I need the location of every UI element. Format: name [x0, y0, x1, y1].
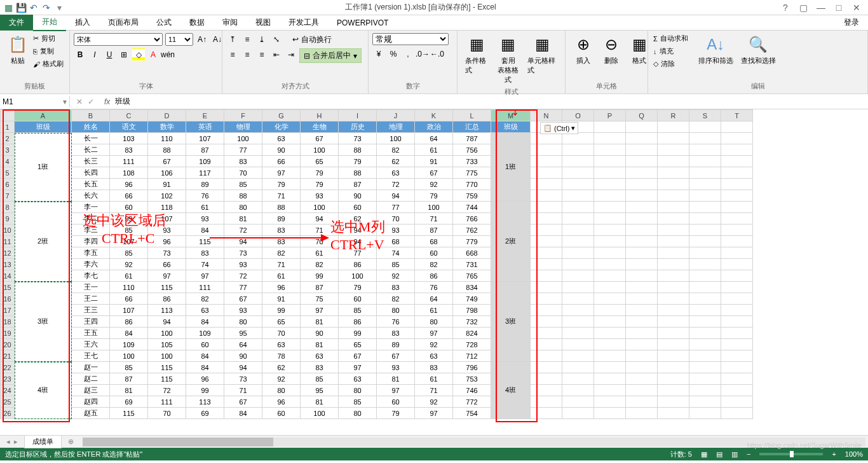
cell-data[interactable]: 759: [453, 190, 491, 202]
cell-data[interactable]: 83: [301, 362, 339, 373]
paste-options-flyout[interactable]: 📋 (Ctrl) ▾: [540, 122, 578, 134]
cell-data[interactable]: 102: [148, 190, 186, 202]
cell-empty[interactable]: [594, 179, 626, 190]
cell-data[interactable]: 赵二: [72, 373, 110, 385]
cell-empty[interactable]: [531, 282, 562, 293]
cell-data[interactable]: 74: [186, 259, 224, 270]
tab-view[interactable]: 视图: [247, 15, 280, 31]
cell-data[interactable]: 85: [339, 396, 377, 408]
cell-data[interactable]: 77: [339, 247, 377, 259]
clear-button[interactable]: ◇清除: [652, 59, 689, 69]
cell-empty[interactable]: [562, 247, 594, 259]
cell-data[interactable]: 82: [262, 247, 301, 259]
cell-data[interactable]: 63: [262, 133, 301, 144]
cell-data[interactable]: 王四: [72, 316, 110, 328]
align-center-icon[interactable]: ≡: [241, 48, 254, 61]
row-header-5[interactable]: 5: [1, 167, 15, 179]
cell-data[interactable]: 王五: [72, 328, 110, 339]
cell-empty[interactable]: [658, 247, 689, 259]
cell-data[interactable]: 70: [262, 328, 301, 339]
cell-data[interactable]: 83: [415, 362, 453, 373]
cell-data[interactable]: 66: [110, 190, 148, 202]
align-left-icon[interactable]: ≡: [226, 48, 239, 61]
cell-data[interactable]: 赵一: [72, 362, 110, 373]
cell-header-2[interactable]: 语文: [110, 121, 148, 133]
cell-data[interactable]: 长二: [72, 144, 110, 156]
row-header-17[interactable]: 17: [1, 305, 15, 316]
cell-data[interactable]: 766: [453, 213, 491, 225]
row-header-14[interactable]: 14: [1, 270, 15, 282]
formula-input[interactable]: [114, 96, 868, 107]
cell-empty[interactable]: [658, 408, 689, 419]
cell-empty[interactable]: [721, 328, 753, 339]
cell-data[interactable]: 749: [453, 293, 491, 305]
cell-data[interactable]: 113: [148, 305, 186, 316]
row-header-6[interactable]: 6: [1, 179, 15, 190]
redo-icon[interactable]: ↷: [41, 2, 52, 13]
cell-empty[interactable]: [689, 247, 721, 259]
cell-data[interactable]: 65: [262, 316, 301, 328]
cell-data[interactable]: 67: [148, 156, 186, 167]
cell-empty[interactable]: [562, 282, 594, 293]
login-link[interactable]: 登录: [835, 15, 868, 31]
bold-icon[interactable]: B: [74, 48, 86, 61]
painter-button[interactable]: 🖌格式刷: [32, 59, 65, 69]
italic-icon[interactable]: I: [88, 48, 101, 61]
cell-data[interactable]: 93: [377, 225, 415, 236]
cell-empty[interactable]: [689, 339, 721, 350]
inc-decimal-icon[interactable]: .0→: [416, 48, 429, 60]
cell-empty[interactable]: [626, 213, 658, 225]
cell-data[interactable]: 100: [377, 133, 415, 144]
cell-data[interactable]: 779: [453, 236, 491, 247]
align-top-icon[interactable]: ⤒: [226, 33, 239, 46]
cell-data[interactable]: 99: [339, 328, 377, 339]
cell-empty[interactable]: [626, 362, 658, 373]
view-layout-icon[interactable]: ▤: [716, 450, 722, 459]
cell-empty[interactable]: [689, 362, 721, 373]
cell-empty[interactable]: [531, 293, 562, 305]
cell-data[interactable]: 746: [453, 385, 491, 396]
cell-data[interactable]: 115: [186, 236, 224, 247]
cell-data[interactable]: 96: [110, 179, 148, 190]
cell-data[interactable]: 60: [262, 408, 301, 419]
cell-data[interactable]: 王七: [72, 350, 110, 362]
cell-data[interactable]: 107: [186, 133, 224, 144]
cell-empty[interactable]: [658, 179, 689, 190]
cell-data[interactable]: 63: [415, 350, 453, 362]
cell-data[interactable]: 80: [339, 408, 377, 419]
tab-home[interactable]: 开始: [33, 14, 66, 31]
cell-empty[interactable]: [531, 350, 562, 362]
cell-empty[interactable]: [562, 202, 594, 213]
cell-data[interactable]: 60: [339, 202, 377, 213]
cell-data[interactable]: 80: [224, 202, 262, 213]
fx-icon[interactable]: fx: [100, 97, 114, 106]
cell-empty[interactable]: [658, 213, 689, 225]
cell-data[interactable]: 王六: [72, 339, 110, 350]
cell-empty[interactable]: [689, 167, 721, 179]
sort-button[interactable]: A↓排序和筛选: [695, 33, 737, 67]
cell-empty[interactable]: [531, 408, 562, 419]
cell-empty[interactable]: [626, 350, 658, 362]
cell-data[interactable]: 87: [110, 373, 148, 385]
dec-indent-icon[interactable]: ⇤: [270, 48, 283, 61]
cell-data[interactable]: 111: [186, 282, 224, 293]
close-icon[interactable]: ✕: [850, 3, 863, 13]
cell-data[interactable]: 王三: [72, 305, 110, 316]
cell-data[interactable]: 76: [415, 282, 453, 293]
cell-empty[interactable]: [689, 236, 721, 247]
cell-m-class-3[interactable]: 4班: [491, 362, 531, 419]
col-header-I[interactable]: I: [339, 110, 377, 121]
cell-data[interactable]: 100: [224, 133, 262, 144]
cell-empty[interactable]: [531, 385, 562, 396]
cell-data[interactable]: 李七: [72, 270, 110, 282]
cell-empty[interactable]: [626, 225, 658, 236]
cell-data[interactable]: 111: [110, 156, 148, 167]
fill-button[interactable]: ↓填充: [652, 46, 689, 57]
row-header-3[interactable]: 3: [1, 144, 15, 156]
currency-icon[interactable]: ¥: [372, 48, 385, 60]
cell-data[interactable]: 765: [453, 270, 491, 282]
cell-data[interactable]: 109: [110, 339, 148, 350]
cell-empty[interactable]: [531, 247, 562, 259]
cell-data[interactable]: 70: [301, 236, 339, 247]
cell-data[interactable]: 长一: [72, 133, 110, 144]
